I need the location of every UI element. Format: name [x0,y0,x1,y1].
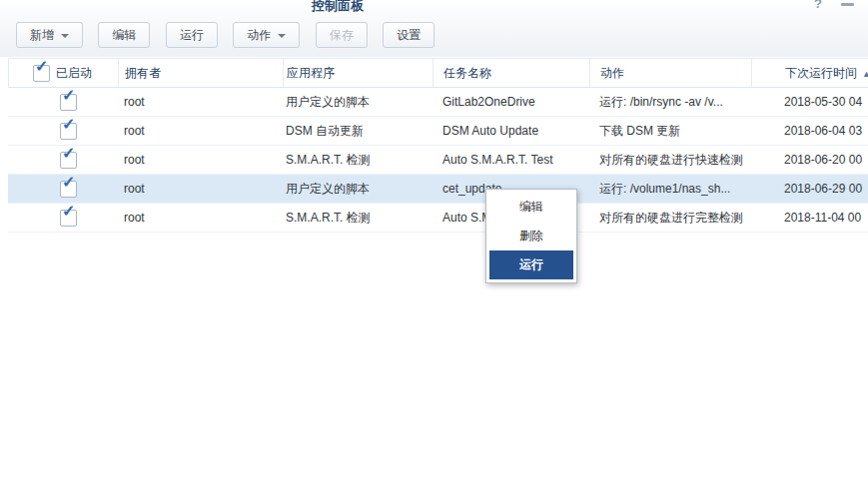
application-cell: 用户定义的脚本 [283,175,433,203]
application-cell: DSM 自动更新 [283,117,433,145]
application-cell: S.M.A.R.T. 检测 [283,146,433,174]
context-menu-item[interactable]: 编辑 [489,193,573,222]
action-cell: 运行: /bin/rsync -av /v... [589,88,751,116]
action-cell: 对所有的硬盘进行快速检测 [589,146,751,174]
task-name-cell: Auto S.M.A.R.T. Test [433,146,589,174]
select-all-checkbox[interactable]: ✓ [33,65,50,82]
column-header-next-run[interactable]: 下次运行时间▲ [751,59,868,87]
action-cell: 运行: /volume1/nas_sh... [589,175,751,203]
table-body: ✓ root 用户定义的脚本 GitLab2OneDrive 运行: /bin/… [8,88,868,233]
enabled-cell: ✓ [8,175,118,203]
table-row[interactable]: ✓ root S.M.A.R.T. 检测 Auto S.M.A.R.T. Tes… [8,146,868,175]
toolbar-button-label: 新增 [30,28,54,42]
enabled-cell: ✓ [8,117,118,145]
toolbar-button[interactable]: 保存 [316,22,368,48]
task-name-cell: DSM Auto Update [433,117,589,145]
toolbar-button[interactable]: 设置 [383,22,434,48]
table-row[interactable]: ✓ root DSM 自动更新 DSM Auto Update 下载 DSM 更… [8,117,868,146]
toolbar-button[interactable]: 新增 [16,22,83,48]
column-header-action[interactable]: 动作 [589,59,751,87]
chevron-down-icon [278,34,286,38]
enabled-checkbox[interactable]: ✓ [60,123,77,140]
column-header-label: 动作 [600,66,624,80]
application-cell: S.M.A.R.T. 检测 [283,204,433,232]
column-header-label: 已启动 [56,66,92,80]
column-header-application[interactable]: 应用程序 [283,59,433,87]
enabled-checkbox[interactable]: ✓ [60,210,77,227]
toolbar-button-label: 保存 [330,28,354,42]
owner-cell: root [118,175,283,203]
sort-ascending-icon: ▲ [862,69,868,79]
next-run-cell: 2018-06-20 00 [751,146,868,174]
table-row[interactable]: ✓ root S.M.A.R.T. 检测 Auto S.M.A.R.T. Tes… [8,204,868,233]
toolbar-button[interactable]: 编辑 [98,22,150,48]
toolbar-button-label: 编辑 [112,28,136,42]
column-header-label: 应用程序 [287,66,335,80]
minimize-icon[interactable] [841,3,854,6]
enabled-checkbox[interactable]: ✓ [60,152,77,169]
checkmark-icon: ✓ [62,88,75,104]
help-icon[interactable]: ? [814,0,822,11]
checkmark-icon: ✓ [35,59,48,75]
enabled-cell: ✓ [8,88,118,116]
toolbar-button-label: 动作 [247,28,271,42]
toolbar-button[interactable]: 动作 [233,22,300,48]
context-menu: 编辑 删除 运行 [485,189,577,283]
enabled-cell: ✓ [8,146,118,174]
checkmark-icon: ✓ [62,175,75,191]
task-table: ✓ 已启动 拥有者 应用程序 任务名称 动作 下次运行时间▲ ✓ root 用户… [8,58,868,233]
toolbar-button-label: 运行 [180,28,204,42]
column-header-label: 下次运行时间 [785,66,857,80]
enabled-checkbox[interactable]: ✓ [60,94,77,111]
context-menu-item[interactable]: 删除 [489,222,573,250]
table-row[interactable]: ✓ root 用户定义的脚本 cet_update 运行: /volume1/n… [8,175,868,204]
column-header-task-name[interactable]: 任务名称 [433,59,589,87]
owner-cell: root [118,146,283,174]
owner-cell: root [118,117,283,145]
enabled-checkbox[interactable]: ✓ [60,181,77,198]
action-cell: 对所有的硬盘进行完整检测 [589,204,751,232]
application-cell: 用户定义的脚本 [283,88,433,116]
next-run-cell: 2018-06-04 03 [751,117,868,145]
next-run-cell: 2018-05-30 04 [751,88,868,116]
column-header-label: 任务名称 [443,66,491,80]
table-row[interactable]: ✓ root 用户定义的脚本 GitLab2OneDrive 运行: /bin/… [8,88,868,117]
checkmark-icon: ✓ [62,117,75,133]
column-header-label: 拥有者 [125,66,161,80]
toolbar-button-label: 设置 [397,28,421,42]
owner-cell: root [118,204,283,232]
window-title: 控制面板 [312,0,364,15]
action-cell: 下载 DSM 更新 [589,117,751,145]
toolbar: 新增 编辑 运行 动作 保存 设置 [16,22,445,48]
column-header-enabled[interactable]: ✓ 已启动 [8,59,118,87]
owner-cell: root [118,88,283,116]
enabled-cell: ✓ [8,204,118,232]
column-header-owner[interactable]: 拥有者 [118,59,283,87]
toolbar-button[interactable]: 运行 [166,22,218,48]
next-run-cell: 2018-11-04 00 [751,204,868,232]
task-name-cell: GitLab2OneDrive [433,88,589,116]
table-header-row: ✓ 已启动 拥有者 应用程序 任务名称 动作 下次运行时间▲ [8,58,868,88]
checkmark-icon: ✓ [62,146,75,162]
next-run-cell: 2018-06-29 00 [751,175,868,203]
chevron-down-icon [61,34,69,38]
context-menu-item[interactable]: 运行 [489,250,573,279]
control-panel-window: 控制面板 ? 新增 编辑 运行 动作 保存 设置 ✓ 已启动 拥有者 应用程序 … [0,0,868,482]
checkmark-icon: ✓ [62,204,75,220]
